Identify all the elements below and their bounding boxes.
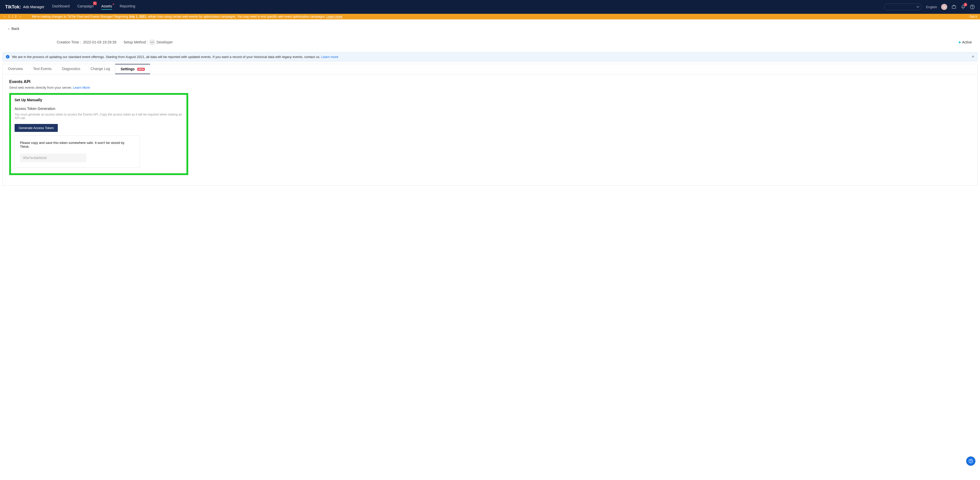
- svg-rect-0: [952, 6, 956, 8]
- creation-time-value: 2022-01-03 19:29:39: [83, 40, 116, 44]
- logo: TikTok:: [5, 4, 21, 10]
- nav-campaign-label: Campaign: [77, 4, 94, 8]
- banner-page-current: 1: [8, 15, 10, 18]
- language-label[interactable]: English: [926, 5, 937, 9]
- tab-overview[interactable]: Overview: [3, 64, 28, 74]
- account-selector[interactable]: [884, 3, 922, 10]
- banner-page-sep: /: [12, 15, 13, 18]
- header-meta: Creation Time : 2022-01-03 19:29:39 Setu…: [8, 40, 972, 45]
- nav-assets-label: Assets: [101, 4, 112, 8]
- tab-settings[interactable]: Settings NEW: [115, 64, 150, 74]
- events-api-learn-more-link[interactable]: Learn More: [73, 86, 90, 89]
- banner-text-pre: We're making changes to TikTok Pixel and…: [32, 15, 129, 18]
- back-label: Back: [11, 27, 19, 31]
- settings-panel: Events API Send web events directly from…: [3, 75, 977, 186]
- info-alert: i We are in the process of updating our …: [3, 52, 977, 61]
- business-center-icon[interactable]: [951, 4, 956, 10]
- banner-text-bold: July 1, 2021: [129, 15, 146, 18]
- chevron-left-icon: ‹: [8, 27, 10, 31]
- announcement-banner: ‹ 1 / 2 › We're making changes to TikTok…: [0, 14, 980, 19]
- nav-dashboard[interactable]: Dashboard: [52, 4, 70, 10]
- token-gen-title: Access Token Generation: [14, 106, 183, 111]
- tab-test-events[interactable]: Test Events: [28, 64, 57, 74]
- help-icon[interactable]: [970, 4, 975, 10]
- banner-pager: ‹ 1 / 2 ›: [3, 15, 22, 18]
- developer-icon: </>: [150, 40, 154, 45]
- banner-got-it-button[interactable]: Got it: [969, 15, 977, 18]
- chevron-left-icon[interactable]: ‹: [3, 15, 6, 18]
- setup-method-label: Setup Method :: [124, 40, 148, 44]
- dot-badge-icon: [113, 3, 114, 5]
- tab-change-log[interactable]: Change Log: [86, 64, 115, 74]
- info-icon: i: [6, 55, 10, 59]
- token-value-field[interactable]: 9f3e7ec9ab5fcb8: [20, 154, 86, 162]
- tab-diagnostics[interactable]: Diagnostics: [57, 64, 86, 74]
- nav-right: English u 1: [884, 3, 975, 10]
- page-header: ‹ Back Creation Time : 2022-01-03 19:29:…: [3, 22, 977, 49]
- new-badge: NEW: [137, 68, 145, 71]
- top-navbar: TikTok: Ads Manager Dashboard Campaign +…: [0, 0, 980, 14]
- events-api-desc-text: Send web events directly from your serve…: [9, 86, 73, 89]
- nav-links: Dashboard Campaign + Assets Reporting: [52, 4, 135, 10]
- tab-settings-label: Settings: [121, 67, 135, 71]
- banner-page-total: 2: [15, 15, 17, 18]
- generate-token-button[interactable]: Generate Access Token: [14, 124, 58, 132]
- token-save-message: Please copy and save this token somewher…: [20, 141, 135, 148]
- events-api-title: Events API: [9, 79, 971, 84]
- close-icon[interactable]: ×: [972, 54, 974, 59]
- banner-text-post: , refrain from using certain web events …: [146, 15, 326, 18]
- creation-time: Creation Time : 2022-01-03 19:29:39: [57, 40, 116, 44]
- chevron-down-icon: [916, 6, 919, 8]
- avatar[interactable]: u: [941, 4, 947, 10]
- setup-manually-box: Set Up Manually Access Token Generation …: [9, 93, 188, 175]
- banner-text: We're making changes to TikTok Pixel and…: [32, 15, 342, 18]
- alert-text-body: We are in the process of updating our st…: [12, 55, 321, 59]
- nav-reporting[interactable]: Reporting: [120, 4, 135, 10]
- tabs: Overview Test Events Diagnostics Change …: [3, 64, 977, 75]
- back-button[interactable]: ‹ Back: [8, 27, 972, 31]
- banner-learn-more-link[interactable]: Learn more: [326, 15, 342, 18]
- alert-text: We are in the process of updating our st…: [12, 55, 338, 59]
- nav-campaign[interactable]: Campaign +: [77, 4, 94, 10]
- logo-subtitle: Ads Manager: [23, 5, 44, 9]
- bell-icon[interactable]: 1: [961, 4, 966, 10]
- status-label: Active: [962, 40, 972, 44]
- chevron-right-icon[interactable]: ›: [19, 15, 22, 18]
- setup-manually-title: Set Up Manually: [14, 98, 183, 102]
- events-api-desc: Send web events directly from your serve…: [9, 86, 971, 89]
- notification-count: 1: [964, 3, 967, 6]
- token-gen-desc: You must generate an access token to acc…: [14, 113, 183, 120]
- nav-assets[interactable]: Assets: [101, 4, 112, 10]
- creation-time-label: Creation Time :: [57, 40, 81, 44]
- setup-method-value: Developer: [156, 40, 173, 44]
- alert-learn-more-link[interactable]: Learn more: [321, 55, 338, 59]
- status-dot-icon: [959, 41, 961, 43]
- setup-method: Setup Method : </> Developer: [124, 40, 173, 45]
- status-badge: Active: [959, 40, 972, 44]
- token-card: Please copy and save this token somewher…: [14, 135, 140, 168]
- plus-badge-icon: +: [93, 2, 97, 5]
